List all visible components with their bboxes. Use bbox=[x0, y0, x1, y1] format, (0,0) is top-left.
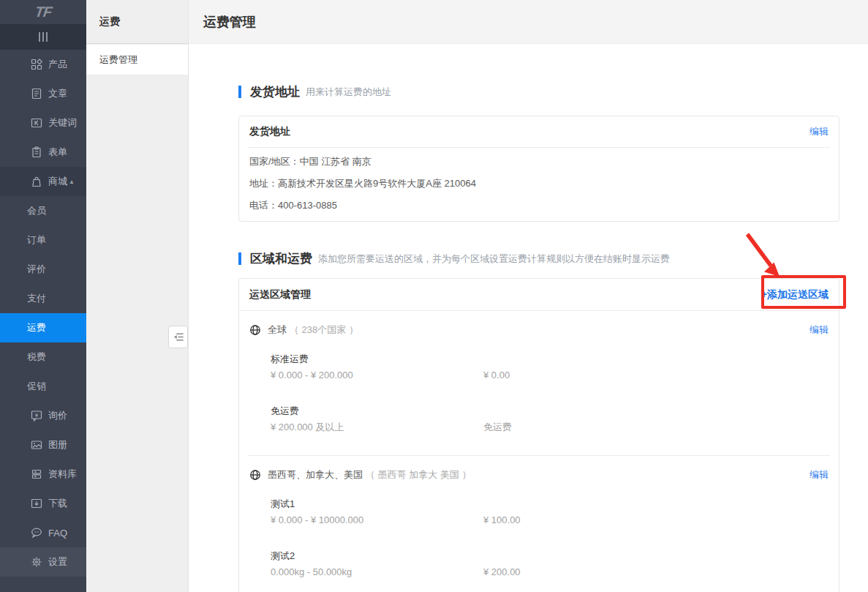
sidebar-subitem-shipping[interactable]: 运费 bbox=[0, 313, 86, 342]
sidebar-item-forms[interactable]: 表单 bbox=[0, 138, 86, 167]
rate-price: ¥ 0.00 bbox=[483, 370, 510, 381]
rate-row: 免运费 ¥ 200.000 及以上 免运费 bbox=[271, 405, 829, 433]
main-content: 发货地址 用来计算运费的地址 发货地址 编辑 国家/地区：中国 江苏省 南京 地… bbox=[189, 44, 868, 592]
globe-icon bbox=[249, 469, 261, 481]
sidebar-item-label: 表单 bbox=[48, 146, 67, 159]
album-icon bbox=[31, 439, 42, 451]
edit-zone-link[interactable]: 编辑 bbox=[809, 323, 829, 337]
subnav-item-shipping-management[interactable]: 运费管理 bbox=[86, 45, 188, 75]
sidebar-item-shop[interactable]: 商城 ▲ bbox=[0, 167, 86, 196]
rate-row: 测试1 ¥ 0.000 - ¥ 10000.000 ¥ 100.00 bbox=[271, 498, 829, 526]
rate-price: ¥ 200.00 bbox=[483, 566, 521, 578]
main-header: 运费管理 bbox=[189, 0, 868, 44]
shipping-zones-card: 运送区域管理 +添加运送区域 全球 （ 238个国家 ） 编辑 bbox=[238, 278, 839, 592]
sidebar-subitem-promotions[interactable]: 促销 bbox=[0, 372, 86, 401]
edit-address-link[interactable]: 编辑 bbox=[809, 125, 829, 138]
sidebar-item-label: 下载 bbox=[48, 497, 67, 510]
sidebar-subitem-payment[interactable]: 支付 bbox=[0, 284, 86, 313]
rate-price: ¥ 100.00 bbox=[483, 514, 521, 526]
sidebar-item-label: 设置 bbox=[48, 555, 67, 569]
sidebar-item-albums[interactable]: 图册 bbox=[0, 430, 86, 460]
blue-accent-bar bbox=[238, 86, 241, 98]
keyword-icon bbox=[31, 117, 42, 129]
vertical-bars-icon bbox=[39, 32, 48, 42]
sidebar-item-settings[interactable]: 设置 bbox=[0, 547, 86, 577]
library-icon bbox=[31, 468, 42, 480]
article-icon bbox=[31, 88, 42, 100]
logo-area[interactable]: TF bbox=[0, 0, 86, 24]
zone-name: 全球 bbox=[268, 323, 287, 337]
zone-countries: （ 238个国家 ） bbox=[290, 323, 358, 337]
sidebar-item-downloads[interactable]: 下载 bbox=[0, 489, 86, 518]
app-window: TF 产品 文章 关键词 bbox=[0, 0, 868, 592]
shop-bag-icon bbox=[31, 176, 42, 187]
shipping-address-section-title: 发货地址 用来计算运费的地址 bbox=[238, 83, 839, 100]
sidebar-item-label: 商城 bbox=[48, 175, 67, 188]
faq-icon bbox=[31, 527, 42, 539]
sidebar-item-label: 图册 bbox=[48, 438, 67, 452]
sidebar-item-library[interactable]: 资料库 bbox=[0, 460, 86, 489]
zone-name: 墨西哥、加拿大、美国 bbox=[268, 468, 363, 482]
zone-header: 墨西哥、加拿大、美国 （ 墨西哥 加拿大 美国 ） 编辑 bbox=[249, 468, 829, 482]
address-street-row: 地址：高新技术开发区星火路9号软件大厦A座 210064 bbox=[249, 173, 829, 195]
sidebar-item-articles[interactable]: 文章 bbox=[0, 79, 86, 108]
panel-collapse-button[interactable] bbox=[168, 326, 188, 348]
page-title: 运费管理 bbox=[203, 13, 256, 31]
sidebar-item-products[interactable]: 产品 bbox=[0, 50, 86, 79]
add-shipping-zone-button[interactable]: +添加运送区域 bbox=[761, 288, 829, 301]
globe-icon bbox=[249, 324, 261, 336]
shipping-zone-row-global: 全球 （ 238个国家 ） 编辑 标准运费 ¥ 0.000 - ¥ 200.00… bbox=[239, 311, 839, 455]
inquiry-icon: ¥ bbox=[31, 410, 42, 421]
indent-left-icon bbox=[173, 332, 184, 342]
blue-accent-bar bbox=[238, 252, 241, 265]
sidebar-subitem-members[interactable]: 会员 bbox=[0, 196, 86, 225]
rate-row: 标准运费 ¥ 0.000 - ¥ 200.000 ¥ 0.00 bbox=[271, 353, 829, 381]
shipping-address-card: 发货地址 编辑 国家/地区：中国 江苏省 南京 地址：高新技术开发区星火路9号软… bbox=[238, 116, 839, 222]
svg-text:¥: ¥ bbox=[34, 412, 39, 419]
gear-icon bbox=[31, 556, 42, 568]
sidebar-item-inquiry[interactable]: ¥ 询价 bbox=[0, 401, 86, 430]
grid-icon bbox=[31, 59, 42, 70]
sidebar-item-label: FAQ bbox=[48, 528, 67, 539]
rate-range: 0.000kg - 50.000kg bbox=[271, 566, 483, 578]
edit-zone-link[interactable]: 编辑 bbox=[809, 468, 829, 482]
sidebar-item-label: 文章 bbox=[48, 87, 67, 100]
sidebar-collapse-handle[interactable] bbox=[0, 24, 86, 50]
subnav-header: 运费 bbox=[86, 0, 188, 44]
sidebar-subitem-reviews[interactable]: 评价 bbox=[0, 255, 86, 284]
sidebar: TF 产品 文章 关键词 bbox=[0, 0, 86, 592]
address-country-row: 国家/地区：中国 江苏省 南京 bbox=[249, 151, 829, 173]
sidebar-item-faq[interactable]: FAQ bbox=[0, 518, 86, 547]
tf-logo: TF bbox=[34, 4, 53, 20]
shipping-zone-row-north-america: 墨西哥、加拿大、美国 （ 墨西哥 加拿大 美国 ） 编辑 测试1 ¥ 0.000… bbox=[248, 455, 830, 592]
sidebar-item-label: 产品 bbox=[48, 58, 67, 71]
address-phone-row: 电话：400-613-0885 bbox=[249, 195, 829, 217]
rate-range: ¥ 0.000 - ¥ 10000.000 bbox=[271, 514, 483, 526]
zone-countries: （ 墨西哥 加拿大 美国 ） bbox=[366, 468, 471, 482]
sidebar-subitem-tax[interactable]: 税费 bbox=[0, 342, 86, 372]
address-body: 国家/地区：中国 江苏省 南京 地址：高新技术开发区星火路9号软件大厦A座 21… bbox=[239, 148, 839, 221]
rate-range: ¥ 200.000 及以上 bbox=[271, 421, 483, 433]
rate-range: ¥ 0.000 - ¥ 200.000 bbox=[271, 370, 483, 381]
caret-up-icon: ▲ bbox=[69, 179, 75, 185]
sidebar-item-label: 询价 bbox=[48, 409, 67, 422]
sidebar-subitem-orders[interactable]: 订单 bbox=[0, 225, 86, 255]
zone-header: 全球 （ 238个国家 ） 编辑 bbox=[249, 323, 829, 337]
rate-price: 免运费 bbox=[483, 421, 512, 433]
rate-row: 测试2 0.000kg - 50.000kg ¥ 200.00 bbox=[271, 550, 829, 578]
shipping-zones-card-header: 运送区域管理 +添加运送区域 bbox=[239, 279, 839, 311]
sidebar-item-label: 资料库 bbox=[48, 468, 77, 481]
zones-section-title: 区域和运费 添加您所需要运送的区域，并为每个区域设置运费计算规则以方便在结账时显… bbox=[238, 250, 839, 267]
sidebar-item-label: 关键词 bbox=[48, 116, 77, 130]
download-icon bbox=[31, 498, 42, 509]
form-icon bbox=[31, 146, 42, 158]
subnav-panel: 运费 运费管理 bbox=[86, 0, 189, 592]
sidebar-item-keywords[interactable]: 关键词 bbox=[0, 108, 86, 138]
shipping-address-card-header: 发货地址 编辑 bbox=[239, 116, 839, 147]
